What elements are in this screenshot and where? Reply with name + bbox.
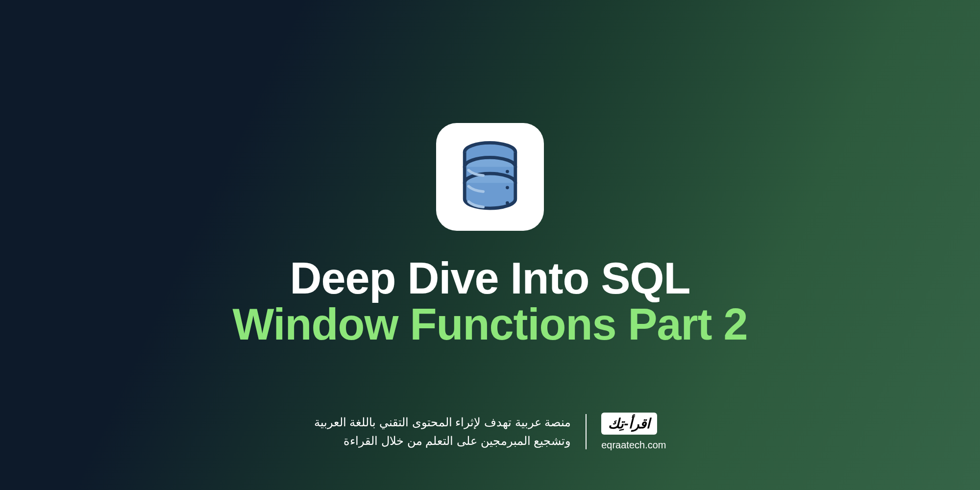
database-icon bbox=[453, 140, 527, 214]
brand-logo-badge: اقرأ-تِك bbox=[601, 413, 657, 435]
description: منصة عربية تهدف لإثراء المحتوى التقني با… bbox=[314, 413, 571, 451]
description-line-1: منصة عربية تهدف لإثراء المحتوى التقني با… bbox=[314, 413, 571, 432]
brand-block: اقرأ-تِك eqraatech.com bbox=[601, 413, 666, 451]
title-line-2: Window Functions Part 2 bbox=[232, 301, 747, 348]
divider bbox=[586, 414, 587, 449]
footer: منصة عربية تهدف لإثراء المحتوى التقني با… bbox=[0, 413, 980, 451]
svg-point-5 bbox=[506, 201, 509, 204]
svg-point-3 bbox=[506, 170, 509, 173]
slide-container: Deep Dive Into SQL Window Functions Part… bbox=[0, 0, 980, 490]
svg-point-4 bbox=[506, 186, 509, 189]
brand-url: eqraatech.com bbox=[601, 440, 666, 451]
description-line-2: وتشجيع المبرمجين على التعلم من خلال القر… bbox=[314, 432, 571, 450]
icon-container bbox=[436, 123, 544, 231]
title-line-1: Deep Dive Into SQL bbox=[290, 255, 690, 302]
